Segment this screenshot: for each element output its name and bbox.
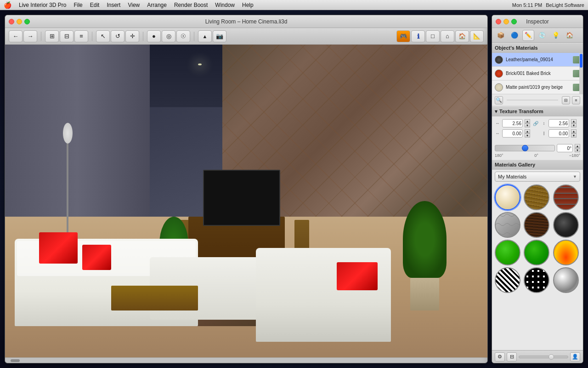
footer-settings-button[interactable]: ⚙ — [495, 352, 505, 362]
rotation-track[interactable] — [495, 145, 555, 151]
inspector-min[interactable] — [503, 19, 509, 24]
footer-person-button[interactable]: 👤 — [570, 352, 580, 362]
scrollbar-thumb[interactable] — [11, 359, 20, 362]
materials-list: Leather/pamela_09014 Brick/001 Baked Bri… — [492, 53, 583, 94]
scene-3d[interactable] — [5, 45, 487, 357]
material-item-2[interactable]: Matte paint/1019 grey beige — [492, 80, 583, 94]
footer-slider-thumb[interactable] — [548, 354, 554, 360]
menu-file[interactable]: File — [74, 2, 82, 8]
gallery-dropdown[interactable]: My Materials ▼ — [495, 172, 580, 182]
gallery-item-stone[interactable] — [495, 212, 520, 238]
width-down[interactable]: ▼ — [525, 123, 530, 127]
tab-room[interactable]: 🏠 — [564, 30, 576, 41]
inspector-close[interactable] — [496, 19, 501, 24]
offset-x-icon: ↔ — [495, 131, 500, 136]
layout-button[interactable]: ≡ — [74, 30, 88, 42]
offset-x-input[interactable] — [502, 129, 523, 138]
minimize-button[interactable] — [17, 19, 22, 24]
materials-scrollbar-thumb[interactable] — [580, 54, 582, 68]
rotation-input[interactable] — [557, 144, 573, 152]
render3-button[interactable]: ☉ — [176, 30, 190, 42]
material-item-0[interactable]: Leather/pamela_09014 — [492, 53, 583, 67]
select-button[interactable]: ↖ — [96, 30, 110, 42]
menu-help[interactable]: Help — [242, 2, 254, 8]
dimension-button[interactable]: 📐 — [470, 30, 484, 42]
orbit-button[interactable]: ↺ — [111, 30, 124, 42]
rotation-label-min: 180° — [495, 153, 503, 158]
menu-arrange[interactable]: Arrange — [147, 2, 167, 8]
gallery-item-brick[interactable] — [553, 184, 579, 210]
bottom-scrollbar[interactable] — [5, 357, 487, 363]
height-input[interactable] — [548, 119, 569, 127]
material-button[interactable]: ▲ — [198, 30, 212, 42]
scene-background — [5, 45, 487, 357]
gallery-item-dark-wood[interactable] — [524, 212, 549, 238]
height-up[interactable]: ▲ — [571, 119, 577, 123]
move-button[interactable]: ✛ — [125, 30, 139, 42]
gallery-item-dots[interactable] — [524, 267, 549, 293]
material-item-1[interactable]: Brick/001 Baked Brick — [492, 67, 583, 80]
gallery-item-dark2[interactable] — [553, 212, 579, 238]
inspector-title: Inspector — [526, 18, 548, 25]
tab-object[interactable]: 📦 — [495, 30, 507, 41]
gallery-item-silver[interactable] — [553, 267, 579, 293]
forward-button[interactable]: → — [23, 30, 37, 42]
materials-scrollbar[interactable] — [579, 53, 583, 94]
list-button[interactable]: ≡ — [572, 96, 580, 104]
tab-material[interactable]: ✏️ — [522, 30, 534, 41]
full-button[interactable]: 🏠 — [455, 30, 469, 42]
offset-y-input[interactable] — [548, 129, 569, 138]
info-button[interactable]: ℹ — [411, 30, 425, 42]
room-button[interactable]: ⊟ — [60, 30, 74, 42]
gallery-section: My Materials ▼ — [492, 170, 583, 295]
render-button[interactable]: ● — [147, 30, 161, 42]
grid-button[interactable]: ⊟ — [562, 96, 570, 104]
tab-color[interactable]: 🔵 — [509, 30, 520, 41]
tab-texture[interactable]: 💿 — [536, 30, 548, 41]
walk-button[interactable]: 🎮 — [396, 30, 410, 42]
close-button[interactable] — [9, 19, 14, 24]
tab-light[interactable]: 💡 — [550, 30, 562, 41]
eyedropper-button[interactable]: 🔍 — [495, 96, 503, 104]
rotation-up[interactable]: ▲ — [575, 144, 580, 148]
offset-x-down[interactable]: ▼ — [525, 133, 530, 138]
footer-grid-button[interactable]: ⊟ — [507, 352, 517, 362]
height-down[interactable]: ▼ — [571, 123, 577, 127]
gallery-item-cream[interactable] — [495, 184, 520, 210]
floor-plan-button[interactable]: ⊞ — [45, 30, 59, 42]
render2-button[interactable]: ◎ — [162, 30, 175, 42]
offset-y-up[interactable]: ▲ — [571, 129, 577, 133]
view3d-button[interactable]: ⌂ — [441, 30, 454, 42]
window-titlebar: Living Room – Home Cinema.li3d — [5, 15, 487, 28]
width-input[interactable] — [502, 119, 523, 127]
maximize-button[interactable] — [24, 19, 30, 24]
gallery-item-green2[interactable] — [524, 240, 549, 265]
menu-render-boost[interactable]: Render Boost — [174, 2, 208, 8]
menu-insert[interactable]: Insert — [107, 2, 120, 8]
gallery-item-green1[interactable] — [495, 240, 520, 265]
footer-slider[interactable] — [519, 356, 568, 358]
offset-x-up[interactable]: ▲ — [525, 129, 530, 133]
offset-y-down[interactable]: ▼ — [571, 133, 577, 138]
view2d-button[interactable]: □ — [426, 30, 440, 42]
inspector-body: Object's Materials Leather/pamela_09014 … — [492, 43, 583, 350]
gallery-item-fire[interactable] — [553, 240, 579, 265]
gallery-item-wood1[interactable] — [524, 184, 549, 210]
texture-section-label: Texture Transform — [499, 109, 543, 114]
rotation-down[interactable]: ▼ — [575, 148, 580, 152]
ceiling-light-2 — [198, 63, 202, 65]
menu-app[interactable]: Live Interior 3D Pro — [19, 2, 66, 8]
gallery-dropdown-value: My Materials — [498, 174, 526, 179]
inspector-max[interactable] — [511, 19, 517, 24]
apple-menu[interactable]: 🍎 — [4, 1, 11, 9]
material-swatch-1 — [495, 69, 503, 78]
width-up[interactable]: ▲ — [525, 119, 530, 123]
camera-button[interactable]: 📷 — [213, 30, 226, 42]
eyedropper-row: 🔍 ⊟ ≡ — [492, 94, 583, 106]
gallery-item-zebra[interactable] — [495, 267, 520, 293]
menu-edit[interactable]: Edit — [90, 2, 100, 8]
menu-view[interactable]: View — [128, 2, 140, 8]
back-button[interactable]: ← — [9, 30, 23, 42]
menu-window[interactable]: Window — [215, 2, 235, 8]
rotation-thumb[interactable] — [522, 145, 528, 151]
